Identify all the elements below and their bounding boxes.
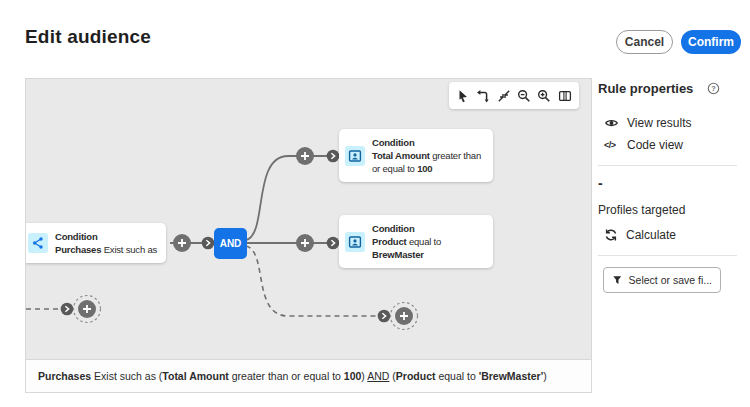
rule-summary-text: Purchases Exist such as (Total Amount gr… — [38, 370, 547, 382]
node-description: Product equal to BrewMaster — [372, 236, 441, 260]
profile-card-icon — [345, 232, 365, 252]
reset-layout-icon[interactable] — [474, 86, 493, 105]
panel-divider — [598, 255, 737, 256]
connector-layer — [26, 79, 591, 360]
zoom-in-icon[interactable] — [535, 86, 554, 105]
cancel-button[interactable]: Cancel — [616, 30, 673, 54]
view-results-button[interactable]: View results — [598, 112, 750, 134]
and-operator-node[interactable]: AND — [214, 228, 247, 259]
condition-node-purchases[interactable]: Condition Purchases Exist such as — [25, 223, 166, 263]
insert-condition-button[interactable] — [296, 234, 314, 252]
node-title: Condition — [372, 222, 484, 235]
edge-and-to-total-amount — [246, 156, 344, 240]
filter-button-label: Select or save fi... — [629, 274, 712, 286]
profile-card-icon — [345, 146, 365, 166]
rule-builder-canvas[interactable]: Condition Purchases Exist such as AND Co… — [25, 78, 592, 393]
view-results-label: View results — [627, 116, 691, 130]
select-tool-pointer-icon[interactable] — [454, 86, 473, 105]
refresh-icon — [604, 228, 618, 242]
add-condition-placeholder[interactable] — [74, 296, 101, 323]
code-view-button[interactable]: </> Code view — [598, 134, 750, 156]
node-title: Condition — [55, 230, 157, 243]
profiles-count: - — [598, 175, 750, 191]
filter-funnel-icon — [612, 274, 623, 286]
node-title: Condition — [372, 136, 484, 149]
chevron-handle[interactable] — [61, 303, 74, 316]
chevron-handle[interactable] — [327, 150, 340, 163]
chevron-handle[interactable] — [378, 310, 391, 323]
code-view-label: Code view — [627, 138, 683, 152]
profiles-targeted-label: Profiles targeted — [598, 203, 750, 217]
page-title: Edit audience — [25, 26, 151, 48]
minimap-icon[interactable] — [555, 86, 574, 105]
condition-node-product[interactable]: Condition Product equal to BrewMaster — [339, 215, 493, 268]
panel-divider — [598, 165, 737, 166]
chevron-handle[interactable] — [202, 237, 215, 250]
calculate-label: Calculate — [626, 228, 676, 242]
node-description: Total Amount greater than or equal to 10… — [372, 150, 481, 174]
confirm-button[interactable]: Confirm — [681, 30, 741, 54]
help-icon[interactable]: ? — [707, 82, 720, 95]
select-or-save-filter-button[interactable]: Select or save fi... — [603, 267, 721, 293]
calculate-button[interactable]: Calculate — [598, 224, 750, 246]
condition-node-total-amount[interactable]: Condition Total Amount greater than or e… — [339, 129, 493, 182]
zoom-out-icon[interactable] — [515, 86, 534, 105]
code-icon: </> — [604, 140, 619, 150]
insert-condition-button[interactable] — [296, 147, 314, 165]
panel-title: Rule properties — [598, 81, 693, 96]
chevron-handle[interactable] — [327, 237, 340, 250]
fit-view-icon[interactable] — [494, 86, 513, 105]
share-network-icon — [28, 233, 48, 253]
canvas-toolbar — [449, 82, 579, 109]
rule-summary-bar: Purchases Exist such as (Total Amount gr… — [26, 359, 591, 392]
eye-icon — [604, 116, 619, 130]
svg-text:?: ? — [712, 84, 717, 93]
insert-condition-button[interactable] — [173, 234, 191, 252]
node-description: Purchases Exist such as — [55, 244, 157, 255]
add-condition-placeholder[interactable] — [391, 303, 418, 330]
rule-properties-panel: Rule properties ? View results </> Code … — [598, 80, 750, 293]
